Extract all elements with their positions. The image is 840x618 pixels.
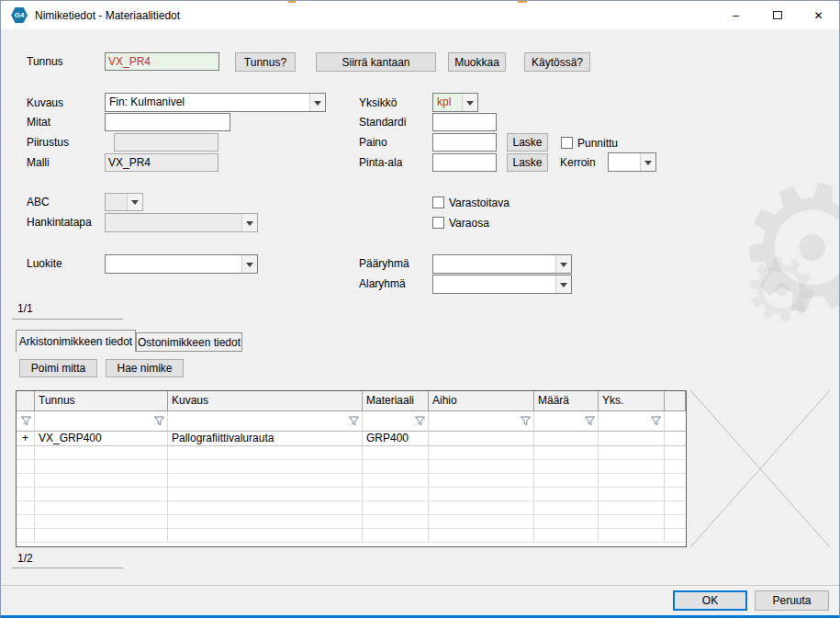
column-header-aihio[interactable]: Aihio — [429, 391, 534, 411]
grid-empty-row — [17, 460, 686, 474]
close-button[interactable]: ✕ — [798, 1, 839, 29]
filter-funnel-icon — [415, 416, 425, 426]
filter-funnel-icon — [651, 416, 661, 426]
grid-empty-row — [17, 529, 686, 543]
muokkaa-button[interactable]: Muokkaa — [448, 52, 506, 72]
checkbox-box — [432, 197, 444, 208]
kerroin-value — [609, 153, 640, 171]
filter-cell-kuvaus[interactable] — [168, 411, 363, 432]
window-title: Nimiketiedot - Materiaalitiedot — [35, 9, 180, 22]
chevron-down-icon — [309, 94, 325, 111]
hankintatapa-value — [106, 214, 241, 231]
maximize-icon — [773, 11, 782, 19]
cancel-button[interactable]: Peruuta — [755, 590, 829, 611]
hankintatapa-select[interactable] — [105, 213, 258, 232]
minimize-button[interactable]: – — [715, 1, 756, 29]
varastoitava-checkbox[interactable]: Varastoitava — [432, 196, 510, 209]
grid-filter-row — [17, 411, 686, 432]
abc-select[interactable] — [105, 193, 143, 211]
chevron-down-icon — [555, 275, 571, 293]
checkbox-box — [561, 137, 573, 149]
yksikko-value: kpl — [433, 94, 462, 111]
chevron-down-icon — [640, 153, 655, 171]
tab-ostonimikkeen-tiedot[interactable]: Ostonimikkeen tiedot — [136, 332, 242, 351]
kerroin-select[interactable] — [608, 152, 656, 172]
filter-cell-tunnus[interactable] — [35, 411, 168, 432]
filter-cell-yks[interactable] — [599, 411, 665, 432]
gear-watermark: ⚙ ⚙ — [628, 111, 839, 331]
filter-funnel-icon — [349, 416, 359, 426]
column-header-yks[interactable]: Yks. — [599, 391, 665, 411]
laske-paino-button[interactable]: Laske — [507, 133, 548, 152]
standardi-input[interactable] — [432, 113, 497, 131]
maximize-button[interactable] — [756, 1, 798, 29]
dialog-window: G4 Nimiketiedot - Materiaalitiedot – ✕ ⚙… — [0, 0, 840, 618]
tunnus-question-button[interactable]: Tunnus? — [235, 52, 296, 72]
filter-cell-maara[interactable] — [534, 411, 599, 432]
grid-header-row: Tunnus Kuvaus Materiaali Aihio Määrä Yks… — [17, 391, 686, 411]
alaryhma-select[interactable] — [432, 275, 572, 294]
grid-empty-row — [17, 446, 686, 460]
tab-label: Ostonimikkeen tiedot — [138, 336, 241, 349]
chevron-down-icon — [555, 255, 571, 273]
column-header-expand[interactable] — [17, 391, 35, 411]
paino-input[interactable] — [432, 133, 497, 152]
luokite-select[interactable] — [105, 254, 258, 274]
yksikko-label: Yksikkö — [359, 94, 397, 112]
grid-empty-row — [17, 501, 686, 515]
filter-cell-expand[interactable] — [17, 411, 35, 432]
siirra-kantaan-button[interactable]: Siirrä kantaan — [316, 52, 436, 72]
tunnus-label: Tunnus — [27, 52, 63, 71]
form-record-pager: 1/1 — [17, 302, 33, 315]
luokite-value — [106, 255, 241, 273]
cell-maara — [534, 432, 599, 446]
luokite-label: Luokite — [27, 254, 62, 273]
hae-nimike-button[interactable]: Hae nimike — [106, 359, 184, 377]
cell-aihio — [429, 432, 534, 446]
cell-materiaali: GRP400 — [363, 432, 429, 446]
checkbox-box — [432, 217, 444, 229]
chevron-down-icon — [241, 255, 257, 273]
yksikko-select[interactable]: kpl — [432, 93, 478, 112]
piirustus-label: Piirustus — [27, 133, 69, 152]
materials-grid: Tunnus Kuvaus Materiaali Aihio Määrä Yks… — [16, 390, 687, 547]
preview-placeholder — [690, 390, 830, 547]
paaryhma-value — [433, 255, 555, 273]
tab-arkistonimikkeen-tiedot[interactable]: Arkistonimikkeen tiedot — [16, 330, 136, 352]
filter-cell-aihio[interactable] — [429, 411, 534, 432]
varastoitava-label: Varastoitava — [449, 197, 510, 209]
cell-tunnus: VX_GRP400 — [35, 432, 168, 446]
malli-input[interactable] — [105, 153, 218, 172]
filter-cell-materiaali[interactable] — [363, 411, 429, 432]
column-header-kuvaus[interactable]: Kuvaus — [168, 391, 363, 411]
screen-artifact — [518, 1, 527, 3]
column-header-materiaali[interactable]: Materiaali — [363, 391, 429, 411]
punnittu-label: Punnittu — [577, 137, 618, 150]
poimi-mitta-button[interactable]: Poimi mitta — [19, 359, 97, 377]
punnittu-checkbox[interactable]: Punnittu — [561, 136, 618, 150]
kuvaus-select[interactable]: Fin: Kulmanivel — [105, 93, 326, 112]
pinta-ala-input[interactable] — [432, 153, 497, 172]
abc-label: ABC — [27, 193, 50, 211]
piirustus-input[interactable] — [114, 133, 218, 152]
column-header-maara[interactable]: Määrä — [534, 391, 599, 411]
laske-pinta-ala-button[interactable]: Laske — [507, 153, 548, 172]
row-expand-button[interactable]: + — [17, 432, 35, 446]
standardi-label: Standardi — [359, 113, 406, 131]
cell-kuvaus: Pallografiittivalurauta — [168, 432, 363, 446]
filter-funnel-icon — [154, 416, 164, 426]
chevron-down-icon — [127, 194, 142, 210]
kerroin-label: Kerroin — [560, 153, 596, 172]
mitat-label: Mitat — [27, 113, 50, 131]
ok-button[interactable]: OK — [673, 590, 747, 611]
grid-empty-row — [17, 488, 686, 501]
paaryhma-select[interactable] — [432, 254, 572, 274]
table-row[interactable]: + VX_GRP400 Pallografiittivalurauta GRP4… — [17, 432, 686, 446]
chevron-down-icon — [462, 94, 477, 111]
tunnus-input[interactable] — [105, 52, 219, 71]
mitat-input[interactable] — [105, 113, 230, 131]
kaytossa-question-button[interactable]: Käytössä? — [524, 52, 590, 72]
column-header-tunnus[interactable]: Tunnus — [35, 391, 168, 411]
varaosa-label: Varaosa — [449, 217, 489, 230]
varaosa-checkbox[interactable]: Varaosa — [432, 216, 489, 230]
